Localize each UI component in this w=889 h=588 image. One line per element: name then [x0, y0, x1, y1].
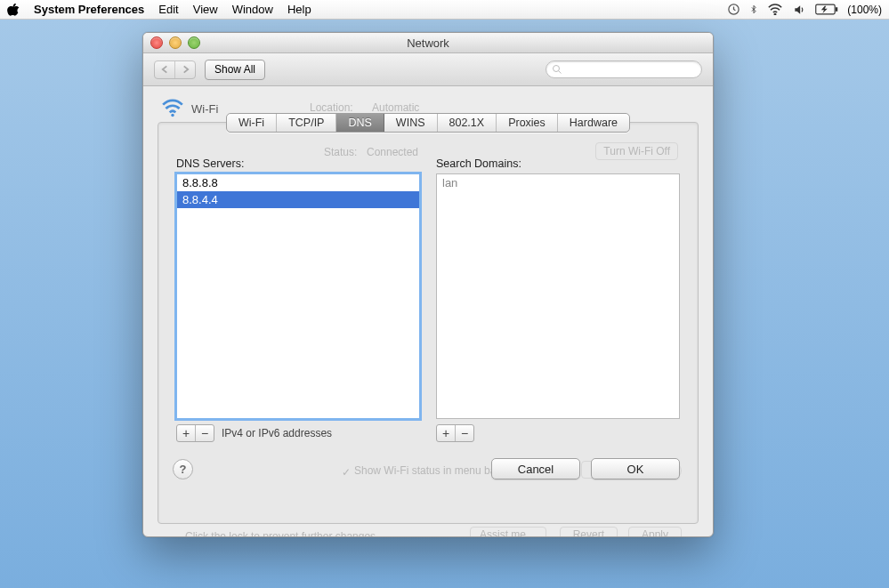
cancel-button[interactable]: Cancel — [491, 458, 580, 479]
svg-rect-3 — [836, 7, 837, 12]
search-domains-label: Search Domains: — [436, 157, 680, 170]
bluetooth-icon[interactable] — [749, 3, 758, 16]
dns-server-row[interactable]: 8.8.8.8 — [177, 174, 419, 191]
dns-hint-label: IPv4 or IPv6 addresses — [222, 427, 332, 439]
search-domains-add-button[interactable]: + — [437, 425, 456, 441]
svg-point-4 — [554, 66, 560, 72]
battery-icon[interactable] — [815, 4, 838, 15]
tab-proxies[interactable]: Proxies — [497, 114, 558, 132]
advanced-sheet: Location: Automatic Status: Connected Tu… — [158, 122, 699, 524]
nav-back-forward — [154, 60, 196, 79]
ghost-apply: Apply — [628, 527, 682, 537]
dns-servers-label: DNS Servers: — [176, 157, 420, 170]
battery-percent-label: (100%) — [847, 4, 882, 16]
window-zoom-button[interactable] — [188, 36, 200, 49]
network-preferences-window: Network Show All Wi-Fi Location: — [142, 32, 714, 537]
volume-icon[interactable] — [792, 4, 806, 16]
ok-button[interactable]: OK — [591, 458, 680, 479]
cancel-label: Cancel — [518, 463, 554, 476]
menu-edit[interactable]: Edit — [158, 3, 178, 16]
window-toolbar: Show All — [143, 53, 713, 86]
dns-servers-remove-button[interactable]: − — [196, 425, 214, 441]
tab-wifi[interactable]: Wi-Fi — [227, 114, 277, 132]
search-domains-remove-button[interactable]: − — [456, 425, 473, 441]
search-domains-pane: Search Domains: lan + − — [436, 157, 680, 442]
ghost-revert: Revert — [560, 527, 618, 537]
dns-servers-add-button[interactable]: + — [177, 425, 196, 441]
wifi-status-icon[interactable] — [767, 4, 783, 15]
show-all-label: Show All — [214, 63, 255, 76]
search-domain-row[interactable]: lan — [437, 174, 679, 191]
ghost-lock-hint: Click the lock to prevent further change… — [185, 530, 378, 537]
window-close-button[interactable] — [150, 36, 163, 49]
search-domains-list[interactable]: lan — [436, 173, 680, 419]
window-title: Network — [143, 36, 713, 50]
tab-hardware[interactable]: Hardware — [558, 114, 629, 132]
toolbar-search-field[interactable] — [546, 60, 702, 78]
advanced-tabs: Wi-Fi TCP/IP DNS WINS 802.1X Proxies Har… — [158, 113, 698, 133]
window-minimize-button[interactable] — [169, 36, 182, 49]
ghost-assist: Assist me… — [470, 527, 546, 537]
tab-wins[interactable]: WINS — [384, 114, 438, 132]
ok-label: OK — [627, 463, 644, 476]
apple-menu-icon[interactable] — [7, 4, 20, 16]
dns-servers-pane: DNS Servers: 8.8.8.88.8.4.4 + − IPv4 or … — [176, 157, 420, 442]
dns-server-row[interactable]: 8.8.4.4 — [177, 191, 419, 208]
nav-back-button[interactable] — [155, 61, 175, 78]
menu-window[interactable]: Window — [232, 3, 273, 16]
app-menu-title[interactable]: System Preferences — [34, 3, 144, 16]
dns-servers-add-remove: + − — [176, 424, 214, 442]
search-input[interactable] — [566, 62, 703, 77]
help-label: ? — [180, 463, 187, 476]
window-titlebar[interactable]: Network — [143, 33, 713, 53]
dns-servers-list[interactable]: 8.8.8.88.8.4.4 — [176, 173, 420, 419]
help-button[interactable]: ? — [173, 459, 193, 479]
nav-forward-button[interactable] — [175, 61, 195, 78]
tab-dns[interactable]: DNS — [336, 114, 384, 132]
time-machine-icon[interactable] — [727, 3, 740, 16]
menu-help[interactable]: Help — [287, 3, 311, 16]
menu-view[interactable]: View — [193, 3, 218, 16]
menubar: System Preferences Edit View Window Help… — [0, 0, 889, 20]
show-all-button[interactable]: Show All — [205, 60, 265, 80]
search-domains-add-remove: + − — [436, 424, 474, 442]
tab-8021x[interactable]: 802.1X — [438, 114, 497, 132]
tab-tcpip[interactable]: TCP/IP — [277, 114, 336, 132]
svg-point-1 — [775, 14, 776, 15]
